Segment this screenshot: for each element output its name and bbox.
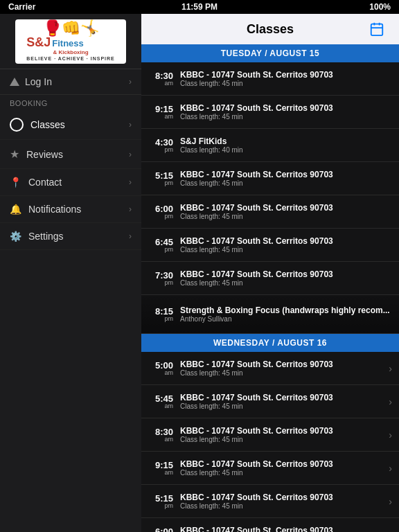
class-time-ampm: pm — [148, 503, 173, 509]
class-info: KBBC - 10747 South St. Cerritos 90703Cla… — [180, 393, 384, 410]
class-time: 5:15pm — [148, 171, 173, 186]
class-name: KBBC - 10747 South St. Cerritos 90703 — [180, 360, 384, 369]
pin-icon: 📍 — [10, 177, 21, 188]
sidebar-item-reviews[interactable]: ★ Reviews › — [0, 140, 141, 169]
reviews-chevron: › — [129, 150, 132, 159]
classes-icon — [10, 118, 24, 132]
day-header-tuesday: TUESDAY / AUGUST 15 — [141, 44, 399, 62]
day-header-wednesday: WEDNESDAY / AUGUST 16 — [141, 334, 399, 352]
sidebar: 🥊👊🤸 S&J Fitness & Kickboxing BELIEVE · A… — [0, 14, 141, 532]
class-chevron-icon: › — [389, 429, 392, 441]
class-time-value: 9:15 — [148, 461, 173, 470]
sidebar-item-contact[interactable]: 📍 Contact › — [0, 169, 141, 196]
class-item[interactable]: 7:30pmKBBC - 10747 South St. Cerritos 90… — [141, 262, 399, 295]
battery-label: 100% — [369, 2, 391, 12]
carrier-label: Carrier — [8, 2, 35, 12]
class-item[interactable]: 6:00pmKBBC - 10747 South St. Cerritos 90… — [141, 195, 399, 229]
schedule-scroll[interactable]: TUESDAY / AUGUST 158:30amKBBC - 10747 So… — [141, 44, 399, 532]
sidebar-item-contact-left: 📍 Contact — [10, 177, 62, 188]
class-item[interactable]: 6:45pmKBBC - 10747 South St. Cerritos 90… — [141, 229, 399, 262]
class-meta: Class length: 45 min — [180, 80, 392, 87]
class-info: Strength & Boxing Focus (handwraps highl… — [180, 305, 392, 323]
class-time-value: 8:30 — [148, 71, 173, 80]
calendar-button[interactable] — [366, 18, 388, 40]
class-time-ampm: am — [148, 114, 173, 120]
class-item[interactable]: 5:00amKBBC - 10747 South St. Cerritos 90… — [141, 352, 399, 385]
main-content: Classes TUESDAY / AUGUST 158:30amKBBC - … — [141, 14, 399, 532]
class-name: S&J FitKids — [180, 136, 392, 146]
login-chevron: › — [129, 77, 132, 87]
class-info: KBBC - 10747 South St. Cerritos 90703Cla… — [180, 203, 392, 220]
logo-title-fitness: Fitness — [52, 39, 84, 48]
class-time-ampm: pm — [148, 213, 173, 220]
sidebar-item-settings[interactable]: ⚙️ Settings › — [0, 223, 141, 250]
status-bar: Carrier 11:59 PM 100% — [0, 0, 399, 14]
class-time-value: 5:15 — [148, 494, 173, 503]
class-item[interactable]: 8:15pmStrength & Boxing Focus (handwraps… — [141, 295, 399, 334]
class-time-value: 7:30 — [148, 271, 173, 280]
class-item[interactable]: 8:30amKBBC - 10747 South St. Cerritos 90… — [141, 418, 399, 452]
class-item[interactable]: 9:15amKBBC - 10747 South St. Cerritos 90… — [141, 96, 399, 129]
class-time: 7:30pm — [148, 271, 173, 286]
class-time-value: 6:00 — [148, 204, 173, 213]
sidebar-item-notifications[interactable]: 🔔 Notifications › — [0, 196, 141, 223]
svg-rect-0 — [371, 24, 383, 35]
class-item[interactable]: 5:15pmKBBC - 10747 South St. Cerritos 90… — [141, 162, 399, 195]
class-meta: Class length: 40 min — [180, 146, 392, 154]
class-time-ampm: pm — [148, 316, 173, 322]
class-name: KBBC - 10747 South St. Cerritos 90703 — [180, 459, 384, 469]
class-time-value: 8:30 — [148, 427, 173, 436]
class-time: 4:30pm — [148, 138, 173, 153]
class-name: KBBC - 10747 South St. Cerritos 90703 — [180, 269, 392, 279]
logo-inner: 🥊👊🤸 S&J Fitness & Kickboxing BELIEVE · A… — [26, 21, 115, 61]
class-meta: Class length: 45 min — [180, 213, 392, 220]
class-time: 5:45am — [148, 394, 173, 409]
class-time: 6:45pm — [148, 238, 173, 253]
class-time: 5:00am — [148, 361, 173, 376]
notifications-chevron: › — [129, 204, 132, 214]
contact-label: Contact — [28, 177, 62, 188]
logo-kickboxing: & Kickboxing — [26, 50, 115, 56]
gear-icon: ⚙️ — [10, 231, 21, 242]
class-time: 6:00pm — [148, 527, 173, 533]
class-item[interactable]: 5:15pmKBBC - 10747 South St. Cerritos 90… — [141, 485, 399, 518]
class-meta: Class length: 45 min — [180, 436, 384, 443]
class-time-value: 8:15 — [148, 307, 173, 316]
class-chevron-icon: › — [389, 363, 392, 374]
class-time-value: 5:45 — [148, 394, 173, 403]
logo-box: 🥊👊🤸 S&J Fitness & Kickboxing BELIEVE · A… — [15, 19, 126, 64]
class-time-ampm: am — [148, 470, 173, 476]
class-time: 8:30am — [148, 427, 173, 443]
class-meta: Class length: 45 min — [180, 469, 384, 477]
class-info: KBBC - 10747 South St. Cerritos 90703Cla… — [180, 426, 384, 443]
class-time-ampm: pm — [148, 280, 173, 286]
sidebar-logo: 🥊👊🤸 S&J Fitness & Kickboxing BELIEVE · A… — [0, 14, 141, 69]
class-time: 9:15am — [148, 105, 173, 120]
class-time-value: 6:45 — [148, 238, 173, 247]
sidebar-login[interactable]: Log In › — [0, 69, 141, 95]
class-time: 8:15pm — [148, 307, 173, 322]
notifications-label: Notifications — [28, 204, 81, 215]
bell-icon: 🔔 — [10, 204, 21, 215]
classes-chevron: › — [129, 120, 132, 130]
class-item[interactable]: 9:15amKBBC - 10747 South St. Cerritos 90… — [141, 452, 399, 485]
sidebar-item-classes[interactable]: Classes › — [0, 110, 141, 140]
class-item[interactable]: 5:45amKBBC - 10747 South St. Cerritos 90… — [141, 385, 399, 418]
class-name: Strength & Boxing Focus (handwraps highl… — [180, 305, 392, 315]
class-info: KBBC - 10747 South St. Cerritos 90703Cla… — [180, 70, 392, 87]
class-time: 6:00pm — [148, 204, 173, 220]
class-time-value: 4:30 — [148, 138, 173, 147]
class-info: KBBC - 10747 South St. Cerritos 90703Cla… — [180, 103, 392, 121]
class-item[interactable]: 4:30pmS&J FitKidsClass length: 40 min — [141, 129, 399, 162]
class-meta: Class length: 45 min — [180, 113, 392, 121]
sidebar-login-left: Log In — [10, 76, 52, 87]
settings-label: Settings — [28, 231, 64, 242]
class-meta: Class length: 45 min — [180, 502, 384, 510]
class-time-ampm: am — [148, 370, 173, 376]
header-title: Classes — [175, 22, 366, 37]
class-time: 5:15pm — [148, 494, 173, 509]
logo-subtitle: BELIEVE · ACHIEVE · INSPIRE — [26, 56, 115, 62]
class-item[interactable]: 8:30amKBBC - 10747 South St. Cerritos 90… — [141, 62, 399, 96]
class-name: KBBC - 10747 South St. Cerritos 90703 — [180, 203, 392, 213]
class-item[interactable]: 6:00pmKBBC - 10747 South St. Cerritos 90… — [141, 518, 399, 532]
